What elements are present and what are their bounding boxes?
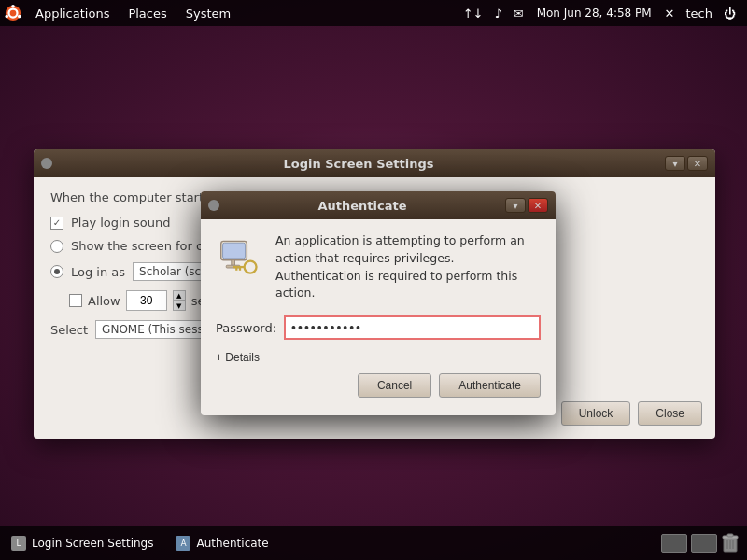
details-button[interactable]: + Details [216,351,260,364]
username-label: tech [683,7,716,21]
taskbar-login-icon: L [11,536,26,551]
taskbar-right: ↑↓ ♪ ✉ Mon Jun 28, 4:58 PM ✕ tech ⏻ [459,7,747,21]
taskbar-login-label: Login Screen Settings [32,537,153,550]
taskbar-left: Applications Places System [0,0,240,26]
show-screen-radio[interactable] [50,240,63,253]
svg-point-2 [11,5,15,8]
login-user-value: Scholar (sc [139,265,201,278]
window-minimize-btn[interactable]: ▾ [665,156,685,171]
svg-rect-6 [223,243,246,259]
window-controls: ▾ ✕ [665,156,708,171]
bottom-tray-2 [691,534,717,553]
auth-window-controls: ▾ ✕ [505,198,548,213]
password-input[interactable] [284,315,541,340]
spin-up[interactable]: ▲ [173,290,186,301]
play-sound-label: Play login sound [71,216,171,230]
volume-icon[interactable]: ♪ [490,7,505,21]
session-value: GNOME (This sess [102,323,204,336]
window-close-btn[interactable]: ✕ [687,156,708,171]
power-icon[interactable]: ⏻ [720,7,740,21]
menu-applications[interactable]: Applications [26,0,119,26]
svg-rect-7 [232,260,235,266]
auth-body: An application is attempting to perform … [201,219,556,411]
auth-title: Authenticate [219,199,505,213]
trash-icon[interactable] [721,532,740,554]
allow-label: Allow [88,294,120,308]
allow-checkbox[interactable] [69,294,82,307]
auth-message: An application is attempting to perform … [275,232,541,302]
password-row: Password: [216,315,541,340]
taskbar-login-settings[interactable]: L Login Screen Settings [0,526,164,560]
user-icon[interactable]: ✕ [661,7,679,21]
play-sound-checkbox[interactable]: ✓ [50,217,63,230]
menu-system[interactable]: System [176,0,240,26]
unlock-button[interactable]: Unlock [561,401,631,426]
auth-dot [208,200,219,211]
svg-point-3 [18,15,21,19]
auth-titlebar: Authenticate ▾ ✕ [201,191,556,219]
auth-buttons: Cancel Authenticate [216,373,541,398]
top-taskbar: Applications Places System ↑↓ ♪ ✉ Mon Ju… [0,0,747,26]
allow-spinners: ▲ ▼ [173,290,186,311]
login-label: Log in as [71,265,125,279]
show-screen-label: Show the screen for c [71,239,203,253]
password-label: Password: [216,321,276,335]
login-radio[interactable] [50,265,63,278]
details-row: + Details [216,351,541,364]
bottom-taskbar: L Login Screen Settings A Authenticate [0,526,747,560]
select-label: Select [50,323,88,337]
allow-input[interactable] [126,290,167,311]
menu-places[interactable]: Places [119,0,176,26]
network-icon[interactable]: ↑↓ [459,7,487,21]
window-bottom-buttons: Unlock Close [561,401,702,426]
auth-key-icon [216,232,264,281]
auth-minimize-btn[interactable]: ▾ [505,198,526,213]
bottom-right-icons [661,532,747,554]
taskbar-auth-icon: A [176,536,190,551]
authenticate-dialog: Authenticate ▾ ✕ [201,191,556,415]
svg-rect-15 [727,534,733,537]
svg-point-4 [5,15,8,19]
spin-down[interactable]: ▼ [173,301,186,311]
ubuntu-logo[interactable] [0,0,26,26]
close-button[interactable]: Close [638,401,702,426]
bottom-tray-1 [661,534,687,553]
cancel-button[interactable]: Cancel [358,373,431,398]
taskbar-auth-label: Authenticate [196,537,268,550]
auth-top: An application is attempting to perform … [216,232,541,302]
taskbar-authenticate[interactable]: A Authenticate [164,526,279,560]
mail-icon[interactable]: ✉ [510,7,528,21]
authenticate-button[interactable]: Authenticate [439,373,541,398]
window-dot [41,158,52,169]
login-settings-title: Login Screen Settings [58,157,659,171]
auth-close-btn[interactable]: ✕ [528,198,548,213]
svg-point-9 [245,261,257,273]
clock-display: Mon Jun 28, 4:58 PM [531,7,657,20]
login-settings-titlebar: Login Screen Settings ▾ ✕ [34,149,715,177]
